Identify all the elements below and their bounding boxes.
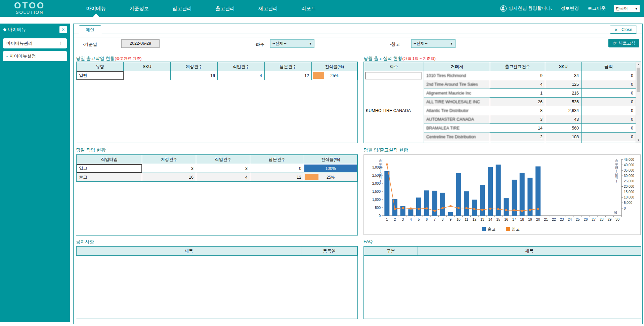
sidebar-item-mymenu-setting[interactable]: •마이메뉴설정: [3, 51, 67, 61]
table-header-row: 제목 등록일: [77, 247, 357, 256]
warehouse-select[interactable]: --전체--▼: [411, 39, 456, 48]
worktype-cell[interactable]: 입고: [77, 164, 142, 173]
table-row[interactable]: 출고 16 4 12 25%: [77, 173, 357, 182]
svg-text:출고: 출고: [487, 227, 496, 231]
svg-text:7: 7: [434, 217, 436, 221]
svg-text:13: 13: [480, 217, 484, 221]
user-icon: [500, 5, 507, 12]
svg-text:15: 15: [496, 217, 500, 221]
type-cell[interactable]: 일반: [77, 71, 124, 80]
customer-cell: BRAMALEA TIRE: [424, 124, 490, 133]
table-row[interactable]: 일반 16 4 12 25%: [77, 71, 357, 80]
nav-item-inbound[interactable]: 입고관리: [161, 0, 204, 17]
amount-cell: 0: [582, 106, 636, 115]
customer-cell: AUTOMASTER CANADA: [424, 115, 490, 124]
language-select[interactable]: 한국어 ▼: [614, 5, 640, 12]
notice-title: 공지사항: [76, 239, 94, 245]
table-row[interactable]: 입고 3 3 0 100%: [77, 164, 357, 173]
svg-text:26: 26: [584, 217, 588, 221]
logo-line1: OTOO: [14, 1, 45, 10]
slip-count-cell: 2: [490, 133, 545, 141]
main-menu: 마이메뉴 기준정보 입고관리 출고관리 재고관리 리포트: [75, 0, 328, 17]
svg-text:5,000: 5,000: [624, 201, 632, 205]
triangle-up-icon: [93, 13, 99, 17]
shipper-cell: KUMHO TIRE CANADA: [364, 71, 424, 143]
sidebar-title: ◆ 마이메뉴: [3, 27, 26, 33]
amount-cell: 0: [582, 141, 636, 143]
svg-text:11: 11: [465, 217, 468, 221]
scrollbar-thumb[interactable]: [637, 68, 640, 92]
customer-cell: Atlantic Tire Distributor: [424, 106, 490, 115]
sidebar: ◆ 마이메뉴 ✕ 마이메뉴관리 〉 •마이메뉴설정: [0, 24, 70, 322]
nav-item-mymenu[interactable]: 마이메뉴: [75, 0, 118, 17]
today-work-table: 작업타입 예정건수 작업건수 남은건수 진적률(%) 입고 3 3 0 100%…: [76, 154, 358, 236]
sidebar-item-mymenu-manage[interactable]: 마이메뉴관리 〉: [3, 38, 67, 48]
sku-count-cell: 536: [545, 98, 582, 106]
svg-text:5: 5: [418, 217, 420, 221]
svg-text:입고: 입고: [512, 227, 520, 231]
vertical-scrollbar[interactable]: ▲ ▼: [636, 62, 641, 143]
sku-count-cell: 216: [545, 89, 582, 98]
svg-text:27: 27: [592, 217, 596, 221]
sidebar-close-button[interactable]: ✕: [59, 26, 67, 33]
monthly-outbound-table: 화주 거래처 출고전표건수 SKU 금액 KUMHO TIRE CANADA10…: [363, 62, 641, 143]
tab-close-button[interactable]: ✕ Close: [610, 26, 637, 34]
logo-line2: SOLUTION: [14, 10, 45, 15]
svg-text:21: 21: [544, 217, 548, 221]
svg-text:2: 2: [394, 217, 396, 221]
svg-text:19: 19: [528, 217, 532, 221]
tab-main[interactable]: 메인: [79, 25, 101, 34]
customer-cell: ALL TIRE WHOLESALE INC: [424, 98, 490, 106]
planned-cell: 16: [171, 71, 218, 80]
customer-cell: Centreline Tire Distribution: [424, 133, 490, 141]
close-icon: ✕: [61, 27, 65, 32]
nav-item-inventory[interactable]: 재고관리: [247, 0, 290, 17]
base-date-input[interactable]: 2022-06-29: [121, 39, 160, 48]
change-info-link[interactable]: 정보변경: [561, 5, 579, 11]
svg-text:일: 일: [614, 211, 617, 215]
worktype-cell[interactable]: 출고: [77, 173, 142, 182]
shipper-name: KUMHO TIRE CANADA: [366, 108, 411, 113]
customer-cell: Consumers Tire (Peel): [424, 141, 490, 143]
amount-cell: 0: [582, 115, 636, 124]
nav-item-masterdata[interactable]: 기준정보: [118, 0, 161, 17]
tab-underline: [74, 34, 642, 34]
nav-item-report[interactable]: 리포트: [290, 0, 328, 17]
svg-text:12: 12: [472, 217, 476, 221]
svg-text:14: 14: [488, 217, 492, 221]
nav-item-outbound[interactable]: 출고관리: [204, 0, 247, 17]
top-navbar: OTOO SOLUTION 마이메뉴 기준정보 입고관리 출고관리 재고관리 리…: [0, 0, 644, 17]
close-icon: ✕: [614, 27, 618, 32]
arrow-down-icon[interactable]: ▼: [636, 138, 641, 143]
sku-count-cell: 433: [545, 141, 582, 143]
today-work-title: 당일 작업 현황: [76, 147, 106, 153]
slip-count-cell: 26: [490, 98, 545, 106]
svg-text:35,000: 35,000: [624, 169, 634, 172]
customer-cell: Alignement Mauricie Inc: [424, 89, 490, 98]
svg-text:18: 18: [520, 217, 524, 221]
table-row[interactable]: KUMHO TIRE CANADA1010 Tires Richmond9340: [364, 71, 636, 80]
refresh-button[interactable]: ⟳ 새로고침: [608, 39, 639, 47]
sku-cell: [124, 71, 171, 80]
progress-cell: 100%: [304, 164, 357, 173]
logout-link[interactable]: 로그아웃: [588, 5, 606, 11]
customer-cell: 1010 Tires Richmond: [424, 71, 490, 80]
shipper-select[interactable]: --전체--▼: [270, 39, 314, 48]
sku-count-cell: 560: [545, 124, 582, 133]
shipper-edit-input[interactable]: [365, 72, 422, 79]
warehouse-label: ·창고: [390, 41, 400, 47]
progress-cell: 25%: [312, 71, 357, 80]
arrow-up-icon[interactable]: ▲: [636, 62, 641, 67]
bullet-icon: •: [6, 54, 8, 58]
main-panel: 메인 ✕ Close ·기준일 2022-06-29 ·화주 --전체--▼ ·…: [73, 24, 643, 324]
slip-count-cell: 14: [490, 124, 545, 133]
svg-text:25: 25: [576, 217, 580, 221]
remaining-cell: 12: [265, 71, 312, 80]
today-outbound-note: (출고완료 기준): [115, 57, 142, 61]
svg-text:24: 24: [568, 217, 572, 221]
svg-text:30,000: 30,000: [624, 174, 634, 178]
svg-text:22: 22: [552, 217, 556, 221]
svg-text:25,000: 25,000: [624, 179, 634, 183]
sku-count-cell: 43: [545, 115, 582, 124]
remaining-cell: 12: [250, 173, 304, 182]
